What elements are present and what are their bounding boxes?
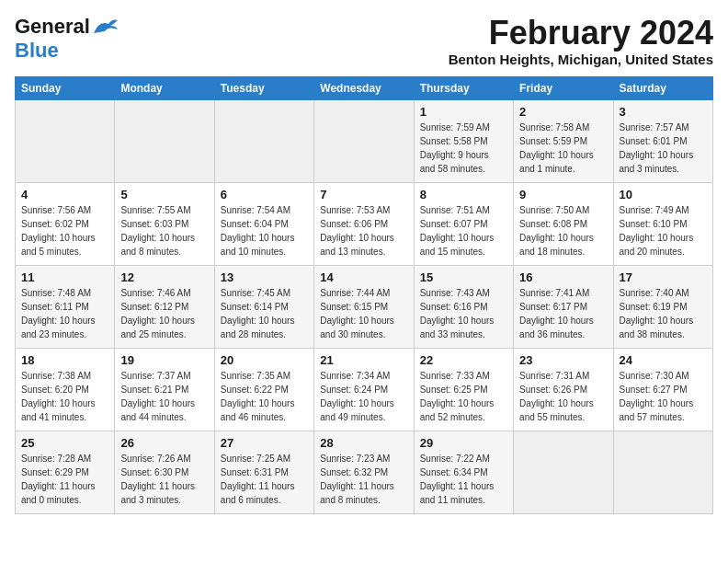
calendar-cell: 27Sunrise: 7:25 AM Sunset: 6:31 PM Dayli… <box>214 431 313 513</box>
day-info: Sunrise: 7:51 AM Sunset: 6:07 PM Dayligh… <box>420 203 507 259</box>
day-number: 20 <box>221 353 308 367</box>
day-info: Sunrise: 7:26 AM Sunset: 6:30 PM Dayligh… <box>120 452 208 507</box>
calendar-week-row: 25Sunrise: 7:28 AM Sunset: 6:29 PM Dayli… <box>16 431 713 513</box>
calendar-cell: 8Sunrise: 7:51 AM Sunset: 6:07 PM Daylig… <box>414 182 513 265</box>
calendar-cell: 14Sunrise: 7:44 AM Sunset: 6:15 PM Dayli… <box>314 265 414 348</box>
day-number: 21 <box>320 353 407 367</box>
col-header-thursday: Thursday <box>414 76 513 99</box>
day-info: Sunrise: 7:34 AM Sunset: 6:24 PM Dayligh… <box>320 369 407 424</box>
day-number: 8 <box>420 188 507 201</box>
day-info: Sunrise: 7:57 AM Sunset: 6:01 PM Dayligh… <box>620 121 707 176</box>
day-number: 14 <box>320 270 407 284</box>
calendar-cell: 13Sunrise: 7:45 AM Sunset: 6:14 PM Dayli… <box>214 265 313 348</box>
calendar-cell: 10Sunrise: 7:49 AM Sunset: 6:10 PM Dayli… <box>613 182 712 265</box>
day-number: 2 <box>519 105 607 119</box>
day-number: 9 <box>519 188 607 201</box>
day-info: Sunrise: 7:45 AM Sunset: 6:14 PM Dayligh… <box>221 286 308 341</box>
calendar-cell: 26Sunrise: 7:26 AM Sunset: 6:30 PM Dayli… <box>115 431 214 513</box>
calendar-cell <box>115 99 214 182</box>
calendar-cell: 24Sunrise: 7:30 AM Sunset: 6:27 PM Dayli… <box>613 348 712 431</box>
calendar-cell: 17Sunrise: 7:40 AM Sunset: 6:19 PM Dayli… <box>613 265 712 348</box>
day-info: Sunrise: 7:55 AM Sunset: 6:03 PM Dayligh… <box>120 203 208 259</box>
day-info: Sunrise: 7:46 AM Sunset: 6:12 PM Dayligh… <box>120 286 208 341</box>
day-number: 24 <box>620 353 707 367</box>
day-info: Sunrise: 7:44 AM Sunset: 6:15 PM Dayligh… <box>320 286 407 341</box>
logo: General Blue <box>15 15 119 63</box>
logo-text-general: General <box>15 15 90 39</box>
day-number: 3 <box>620 105 707 119</box>
calendar-cell: 19Sunrise: 7:37 AM Sunset: 6:21 PM Dayli… <box>115 348 214 431</box>
col-header-monday: Monday <box>115 76 214 99</box>
calendar-cell <box>314 99 414 182</box>
day-number: 19 <box>120 353 208 367</box>
calendar-cell: 22Sunrise: 7:33 AM Sunset: 6:25 PM Dayli… <box>414 348 513 431</box>
col-header-wednesday: Wednesday <box>314 76 414 99</box>
day-number: 17 <box>620 270 707 284</box>
day-info: Sunrise: 7:23 AM Sunset: 6:32 PM Dayligh… <box>320 452 407 507</box>
day-info: Sunrise: 7:41 AM Sunset: 6:17 PM Dayligh… <box>519 286 607 341</box>
logo-bird-icon <box>92 17 119 37</box>
day-number: 1 <box>420 105 507 119</box>
calendar-cell <box>16 99 115 182</box>
title-block: February 2024 Benton Heights, Michigan, … <box>449 15 713 67</box>
calendar-cell: 23Sunrise: 7:31 AM Sunset: 6:26 PM Dayli… <box>514 348 613 431</box>
calendar-cell: 3Sunrise: 7:57 AM Sunset: 6:01 PM Daylig… <box>613 99 712 182</box>
day-number: 15 <box>420 270 507 284</box>
day-number: 6 <box>221 188 308 201</box>
day-number: 12 <box>120 270 208 284</box>
calendar-cell: 15Sunrise: 7:43 AM Sunset: 6:16 PM Dayli… <box>414 265 513 348</box>
day-info: Sunrise: 7:56 AM Sunset: 6:02 PM Dayligh… <box>21 203 108 259</box>
calendar-cell: 12Sunrise: 7:46 AM Sunset: 6:12 PM Dayli… <box>115 265 214 348</box>
day-info: Sunrise: 7:40 AM Sunset: 6:19 PM Dayligh… <box>620 286 707 341</box>
calendar-cell: 18Sunrise: 7:38 AM Sunset: 6:20 PM Dayli… <box>16 348 115 431</box>
day-info: Sunrise: 7:25 AM Sunset: 6:31 PM Dayligh… <box>221 452 308 507</box>
day-number: 27 <box>221 436 308 450</box>
calendar-cell: 1Sunrise: 7:59 AM Sunset: 5:58 PM Daylig… <box>414 99 513 182</box>
day-info: Sunrise: 7:50 AM Sunset: 6:08 PM Dayligh… <box>519 203 607 259</box>
col-header-tuesday: Tuesday <box>214 76 313 99</box>
day-info: Sunrise: 7:37 AM Sunset: 6:21 PM Dayligh… <box>120 369 208 424</box>
calendar-cell: 11Sunrise: 7:48 AM Sunset: 6:11 PM Dayli… <box>16 265 115 348</box>
day-number: 18 <box>21 353 108 367</box>
day-info: Sunrise: 7:54 AM Sunset: 6:04 PM Dayligh… <box>221 203 308 259</box>
day-info: Sunrise: 7:49 AM Sunset: 6:10 PM Dayligh… <box>620 203 707 259</box>
day-info: Sunrise: 7:22 AM Sunset: 6:34 PM Dayligh… <box>420 452 507 507</box>
calendar-cell: 5Sunrise: 7:55 AM Sunset: 6:03 PM Daylig… <box>115 182 214 265</box>
day-info: Sunrise: 7:35 AM Sunset: 6:22 PM Dayligh… <box>221 369 308 424</box>
calendar-cell: 20Sunrise: 7:35 AM Sunset: 6:22 PM Dayli… <box>214 348 313 431</box>
day-info: Sunrise: 7:33 AM Sunset: 6:25 PM Dayligh… <box>420 369 507 424</box>
day-number: 29 <box>420 436 507 450</box>
day-number: 11 <box>21 270 108 284</box>
calendar-cell: 29Sunrise: 7:22 AM Sunset: 6:34 PM Dayli… <box>414 431 513 513</box>
day-number: 16 <box>519 270 607 284</box>
calendar-week-row: 4Sunrise: 7:56 AM Sunset: 6:02 PM Daylig… <box>16 182 713 265</box>
calendar-cell: 16Sunrise: 7:41 AM Sunset: 6:17 PM Dayli… <box>514 265 613 348</box>
calendar-week-row: 1Sunrise: 7:59 AM Sunset: 5:58 PM Daylig… <box>16 99 713 182</box>
day-info: Sunrise: 7:59 AM Sunset: 5:58 PM Dayligh… <box>420 121 507 176</box>
calendar-week-row: 18Sunrise: 7:38 AM Sunset: 6:20 PM Dayli… <box>16 348 713 431</box>
day-number: 26 <box>120 436 208 450</box>
day-number: 5 <box>120 188 208 201</box>
day-info: Sunrise: 7:48 AM Sunset: 6:11 PM Dayligh… <box>21 286 108 341</box>
day-info: Sunrise: 7:58 AM Sunset: 5:59 PM Dayligh… <box>519 121 607 176</box>
col-header-sunday: Sunday <box>16 76 115 99</box>
day-number: 7 <box>320 188 407 201</box>
calendar-cell: 7Sunrise: 7:53 AM Sunset: 6:06 PM Daylig… <box>314 182 414 265</box>
day-number: 13 <box>221 270 308 284</box>
calendar-cell: 4Sunrise: 7:56 AM Sunset: 6:02 PM Daylig… <box>16 182 115 265</box>
day-number: 28 <box>320 436 407 450</box>
calendar-cell: 21Sunrise: 7:34 AM Sunset: 6:24 PM Dayli… <box>314 348 414 431</box>
calendar-cell: 28Sunrise: 7:23 AM Sunset: 6:32 PM Dayli… <box>314 431 414 513</box>
col-header-saturday: Saturday <box>613 76 712 99</box>
calendar-cell <box>214 99 313 182</box>
calendar-cell: 9Sunrise: 7:50 AM Sunset: 6:08 PM Daylig… <box>514 182 613 265</box>
day-number: 25 <box>21 436 108 450</box>
day-info: Sunrise: 7:31 AM Sunset: 6:26 PM Dayligh… <box>519 369 607 424</box>
calendar-cell <box>613 431 712 513</box>
calendar-table: SundayMondayTuesdayWednesdayThursdayFrid… <box>15 76 713 514</box>
main-title: February 2024 <box>449 15 713 52</box>
day-info: Sunrise: 7:53 AM Sunset: 6:06 PM Dayligh… <box>320 203 407 259</box>
day-info: Sunrise: 7:43 AM Sunset: 6:16 PM Dayligh… <box>420 286 507 341</box>
day-number: 22 <box>420 353 507 367</box>
page-header: General Blue February 2024 Benton Height… <box>15 15 713 67</box>
